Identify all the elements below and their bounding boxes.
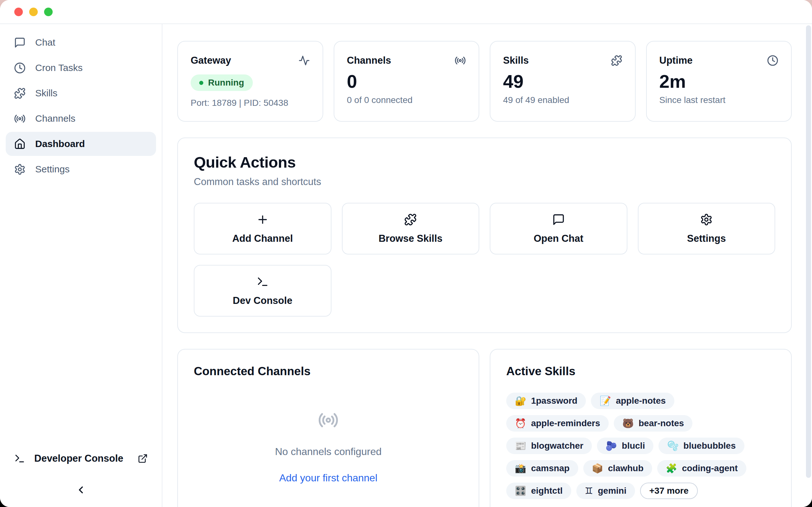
sidebar-item-chat[interactable]: Chat [6,31,156,55]
add-channel-button[interactable]: Add Channel [194,203,332,255]
skill-badge: 🔐1password [506,393,586,409]
open-chat-label: Open Chat [534,233,583,244]
skills-list: 🔐1password 📝apple-notes ⏰apple-reminders… [506,393,775,499]
plus-icon [256,213,269,226]
skill-badge: 🫧bluebubbles [658,438,744,454]
add-channel-label: Add Channel [232,233,293,244]
dev-console-button[interactable]: Dev Console [194,265,332,317]
sidebar-item-skills[interactable]: Skills [6,81,156,105]
quick-actions-panel: Quick Actions Common tasks and shortcuts… [177,137,792,333]
gateway-card-title: Gateway [191,55,231,66]
zoom-button[interactable] [44,8,53,16]
skill-emoji: 🎛️ [515,487,526,496]
skill-name: eightctl [531,486,563,496]
dev-console-label: Dev Console [233,295,293,306]
channels-detail: 0 of 0 connected [347,95,466,105]
skill-badge: 📰blogwatcher [506,438,592,454]
open-chat-button[interactable]: Open Chat [490,203,627,255]
home-icon [14,138,26,150]
skill-badge: 🧩coding-agent [657,460,746,476]
skill-badge: 📦clawhub [583,460,652,476]
skill-emoji: 📰 [515,441,526,451]
skill-emoji: 🫐 [606,441,617,451]
browse-skills-button[interactable]: Browse Skills [342,203,479,255]
channels-count: 0 [347,72,466,91]
sidebar-footer: Developer Console [6,447,156,499]
skills-card: Skills 49 49 of 49 enabled [490,41,636,122]
channels-card: Channels 0 0 of 0 connected [334,41,479,122]
titlebar [0,0,812,24]
more-skills-button[interactable]: +37 more [640,483,698,499]
skill-emoji: 🐻 [622,419,634,428]
skill-emoji: 🫧 [667,441,678,451]
sidebar-item-cron-tasks[interactable]: Cron Tasks [6,56,156,80]
sidebar-item-settings[interactable]: Settings [6,157,156,181]
terminal-icon [256,275,269,288]
browse-skills-label: Browse Skills [378,233,443,244]
skill-emoji: 📝 [600,396,611,406]
skill-badge: ♊gemini [576,483,635,499]
uptime-detail: Since last restart [659,95,779,105]
close-button[interactable] [14,8,23,16]
quick-actions-title: Quick Actions [194,153,775,171]
skill-name: camsnap [531,463,569,473]
skill-name: blogwatcher [531,441,583,451]
active-skills-panel: Active Skills 🔐1password 📝apple-notes ⏰a… [490,349,792,507]
developer-console-label: Developer Console [34,453,123,464]
skill-emoji: ♊ [585,487,593,496]
skill-emoji: 📸 [515,464,526,473]
skills-detail: 49 of 49 enabled [503,95,622,105]
gateway-status-badge: Running [191,74,253,91]
sidebar-item-channels[interactable]: Channels [6,107,156,130]
skill-name: 1password [531,396,577,406]
skill-name: blucli [622,441,645,451]
developer-console-link[interactable]: Developer Console [6,447,156,469]
sidebar: Chat Cron Tasks Skills Channels [0,24,162,507]
minimize-button[interactable] [29,8,38,16]
radio-icon [14,113,26,124]
sidebar-item-dashboard[interactable]: Dashboard [6,132,156,156]
skill-name: clawhub [608,463,644,473]
puzzle-icon [404,213,417,226]
gateway-detail: Port: 18789 | PID: 50438 [191,98,310,108]
app-window: Chat Cron Tasks Skills Channels [0,0,812,507]
uptime-card: Uptime 2m Since last restart [646,41,792,122]
scrollbar-thumb[interactable] [806,25,811,478]
gear-icon [14,164,26,175]
skill-badge: 🎛️eightctl [506,483,571,499]
active-skills-title: Active Skills [506,365,775,378]
sidebar-item-label: Chat [35,37,55,48]
skill-badge: 🐻bear-notes [614,415,693,432]
clock-icon [767,55,778,66]
skills-card-title: Skills [503,55,529,66]
stats-row: Gateway Running Port: 18789 | PID: 50438… [177,41,792,122]
quick-actions-subtitle: Common tasks and shortcuts [194,176,775,187]
sidebar-item-label: Channels [35,113,75,124]
settings-button[interactable]: Settings [638,203,775,255]
skill-emoji: 📦 [592,464,603,473]
skill-badge: 📸camsnap [506,460,578,476]
chat-bubble-icon [14,37,26,49]
collapse-sidebar-button[interactable] [72,481,90,499]
settings-label: Settings [687,233,726,244]
gateway-card: Gateway Running Port: 18789 | PID: 50438 [177,41,323,122]
connected-channels-title: Connected Channels [194,365,463,378]
chevron-left-icon [75,484,87,496]
skill-emoji: ⏰ [515,419,526,428]
skills-count: 49 [503,72,622,91]
no-channels-text: No channels configured [275,446,382,458]
skill-name: coding-agent [682,463,738,473]
dashboard-main: Gateway Running Port: 18789 | PID: 50438… [162,24,812,507]
skill-badge: ⏰apple-reminders [506,415,609,432]
clock-icon [14,62,26,74]
chat-bubble-icon [552,213,565,226]
skill-badge: 📝apple-notes [591,393,674,409]
sidebar-item-label: Skills [35,88,57,99]
add-first-channel-link[interactable]: Add your first channel [279,472,377,484]
activity-icon [299,55,310,66]
external-link-icon [138,453,148,464]
channels-card-title: Channels [347,55,392,66]
terminal-icon [14,453,26,464]
radio-icon [318,410,339,431]
sidebar-item-label: Settings [35,164,69,175]
